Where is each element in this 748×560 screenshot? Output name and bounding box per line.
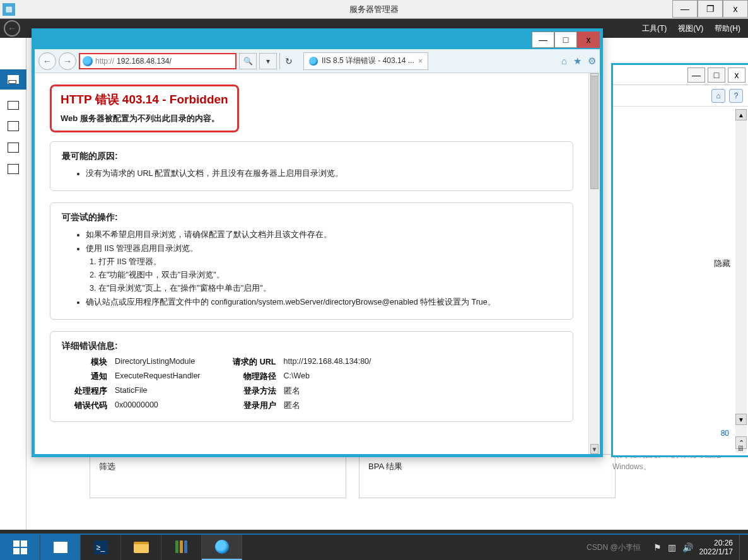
taskbar-server-tool[interactable] [161, 535, 202, 560]
ie-address-bar[interactable]: http://192.168.48.134/ [79, 53, 237, 69]
cause-item: 没有为请求的 URL 配置默认文档，并且没有在服务器上启用目录浏览。 [86, 167, 561, 180]
ie-forward-button[interactable]: → [59, 52, 76, 70]
panel-scroll-down[interactable]: ▼ [735, 414, 747, 425]
url-host: 192.168.48.134/ [117, 57, 172, 66]
ie-titlebar[interactable]: — □ x [35, 32, 600, 49]
taskbar-clock[interactable]: 20:26 2022/1/17 [699, 539, 733, 557]
try-step: 打开 IIS 管理器。 [98, 255, 561, 269]
panel-scroll-up[interactable]: ▲ [735, 109, 747, 120]
try-step: 在"目录浏览"页上，在"操作"窗格中单击"启用"。 [98, 282, 561, 295]
server-manager-sidebar: ▭ [0, 38, 26, 530]
detail-value-auth: 匿名 [284, 386, 300, 397]
ie-favorites-icon[interactable]: ★ [573, 55, 581, 67]
iis-manager-panel: — □ x ⌂ ? ▲ ▼ ⌃ 隐藏 80 🖥 [611, 63, 748, 457]
panel-help-icon[interactable]: ? [729, 89, 743, 103]
ie-maximize-button[interactable]: □ [554, 32, 577, 48]
ie-search-button[interactable]: 🔍 [239, 53, 257, 69]
detail-value-user: 匿名 [284, 400, 300, 411]
tab-favicon [309, 57, 318, 66]
error-subtitle: Web 服务器被配置为不列出此目录的内容。 [61, 113, 228, 124]
error-banner: HTTP 错误 403.14 - Forbidden Web 服务器被配置为不列… [50, 85, 239, 132]
sidebar-item-4[interactable] [8, 164, 19, 174]
sidebar-item-3[interactable] [8, 143, 19, 153]
outer-close-button[interactable]: x [723, 0, 748, 18]
panel-minimize-button[interactable]: — [687, 67, 705, 83]
try-step: 在"功能"视图中，双击"目录浏览"。 [98, 269, 561, 282]
panel-scrollbar[interactable]: ▲ ▼ ⌃ [735, 109, 747, 453]
ie-settings-icon[interactable]: ⚙ [588, 55, 596, 67]
panel-port-link[interactable]: 80 [721, 429, 729, 438]
try-item: 使用 IIS 管理器启用目录浏览。 [86, 242, 561, 255]
bg-box-filter: 筛选 [90, 454, 346, 498]
detail-value-handler: StaticFile [115, 386, 147, 397]
detail-value-url: http://192.168.48.134:80/ [284, 357, 371, 368]
ie-taskbar-icon [215, 540, 229, 554]
filter-label: 筛选 [99, 462, 115, 471]
tray-flag-icon[interactable]: ⚑ [653, 542, 662, 552]
tab-title: IIS 8.5 详细错误 - 403.14 ... [322, 55, 414, 66]
panel-hide-label[interactable]: 隐藏 [714, 258, 730, 269]
sidebar-item-dashboard[interactable]: ▭ [0, 69, 26, 90]
ie-content: HTTP 错误 403.14 - Forbidden Web 服务器被配置为不列… [35, 73, 600, 454]
outer-minimize-button[interactable]: — [672, 0, 698, 18]
menu-tools[interactable]: 工具(T) [642, 23, 667, 34]
ie-logo-icon [83, 56, 93, 66]
server-manager-title: 服务器管理器 [349, 4, 399, 15]
ie-back-button[interactable]: ← [38, 52, 56, 70]
ie-scrollbar[interactable]: ▲ ▼ [588, 73, 600, 454]
error-title: HTTP 错误 403.14 - Forbidden [61, 91, 228, 108]
detail-label-notify: 通知 [71, 371, 107, 382]
ie-tab[interactable]: IIS 8.5 详细错误 - 403.14 ... × [303, 52, 428, 70]
try-heading: 可尝试的操作: [62, 212, 561, 223]
menu-view[interactable]: 视图(V) [678, 23, 703, 34]
ie-toolbar: ← → http://192.168.48.134/ 🔍 ▾ ↻ IIS 8.5… [35, 49, 600, 73]
sidebar-item-2[interactable] [8, 121, 19, 131]
clock-time: 20:26 [699, 539, 733, 547]
panel-home-icon[interactable]: ⌂ [711, 89, 725, 103]
ie-scroll-thumb[interactable] [590, 76, 599, 189]
try-item: 确认站点或应用程序配置文件中的 configuration/system.web… [86, 296, 561, 309]
ie-home-icon[interactable]: ⌂ [561, 55, 567, 67]
url-prefix: http:// [95, 57, 114, 66]
detail-heading: 详细错误信息: [62, 341, 561, 352]
folder-icon [134, 542, 149, 553]
ie-dropdown-button[interactable]: ▾ [259, 53, 277, 69]
cause-heading: 最可能的原因: [62, 151, 561, 162]
show-desktop-button[interactable] [739, 535, 743, 560]
bg-box-bpa: BPA 结果 [359, 454, 616, 498]
clock-date: 2022/1/17 [699, 547, 733, 556]
start-button[interactable] [0, 535, 40, 560]
server-manager-titlebar: ▤ 服务器管理器 — ❐ x [0, 0, 748, 19]
windows-icon [13, 540, 27, 554]
detail-label-handler: 处理程序 [71, 386, 107, 397]
detail-value-path: C:\Web [284, 371, 310, 382]
ie-scroll-down[interactable]: ▼ [590, 444, 599, 454]
detail-label-code: 错误代码 [71, 400, 107, 411]
watermark: CSDN @小李恒 [587, 542, 641, 553]
detail-value-code: 0x00000000 [115, 400, 158, 411]
taskbar-powershell[interactable]: ≥_ [81, 535, 121, 560]
cause-section: 最可能的原因: 没有为请求的 URL 配置默认文档，并且没有在服务器上启用目录浏… [50, 141, 573, 191]
panel-close-button[interactable]: x [728, 67, 745, 83]
panel-maximize-button[interactable]: □ [708, 67, 725, 83]
ie-window: — □ x ← → http://192.168.48.134/ 🔍 ▾ ↻ I… [32, 28, 603, 457]
tab-close-button[interactable]: × [418, 56, 423, 66]
detail-label-module: 模块 [71, 357, 107, 368]
ie-close-button[interactable]: x [577, 32, 600, 48]
taskbar-explorer[interactable] [121, 535, 161, 560]
menu-help[interactable]: 帮助(H) [715, 23, 740, 34]
detail-section: 详细错误信息: 模块DirectoryListingModule 通知Execu… [50, 331, 573, 422]
detail-label-url: 请求的 URL [231, 357, 276, 368]
detail-label-path: 物理路径 [231, 371, 276, 382]
outer-maximize-button[interactable]: ❐ [698, 0, 723, 18]
tray-volume-icon[interactable]: 🔊 [682, 542, 693, 552]
ie-minimize-button[interactable]: — [532, 32, 554, 48]
ie-refresh-button[interactable]: ↻ [279, 53, 297, 69]
detail-value-module: DirectoryListingModule [115, 357, 195, 368]
detail-label-auth: 登录方法 [231, 386, 276, 397]
taskbar-ie[interactable] [202, 535, 242, 560]
taskbar-server-manager[interactable] [40, 535, 81, 560]
sidebar-item-1[interactable] [8, 101, 19, 110]
back-button[interactable]: ← [4, 20, 20, 37]
tray-network-icon[interactable]: ▥ [668, 542, 676, 552]
